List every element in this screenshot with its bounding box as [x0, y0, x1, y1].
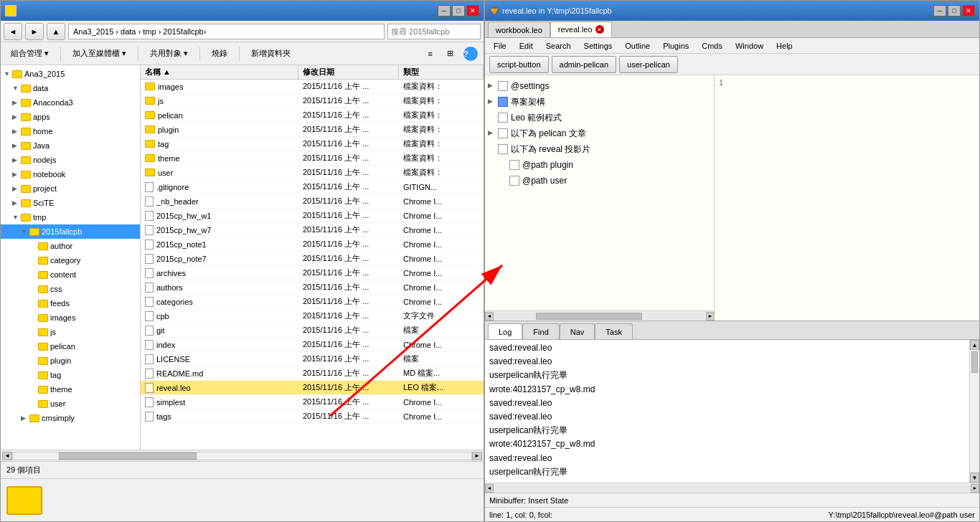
menu-plugins[interactable]: Plugins [657, 40, 694, 52]
tree-item-scite[interactable]: ▶ SciTE [1, 196, 140, 210]
file-row-license[interactable]: LICENSE 2015/11/16 上午 ... 檔案 [141, 352, 484, 366]
hscroll-left-btn[interactable]: ◄ [2, 452, 12, 460]
log-tab-task[interactable]: Task [595, 323, 633, 339]
tree-item-author[interactable]: ▶ author [1, 239, 140, 253]
log-vscroll-thumb[interactable] [971, 351, 978, 373]
log-vscrollbar[interactable]: ▲ ▼ [969, 340, 979, 483]
leo-maximize-btn[interactable]: □ [948, 5, 961, 16]
file-row-user[interactable]: user 2015/11/16 上午 ... 檔案資料： [141, 166, 484, 180]
file-row-hw-w1[interactable]: 2015cp_hw_w1 2015/11/16 上午 ... Chrome I.… [141, 209, 484, 223]
menu-search[interactable]: Search [540, 40, 577, 52]
back-button[interactable]: ◄ [4, 23, 22, 40]
menu-cmds[interactable]: Cmds [696, 40, 728, 52]
tree-item-nodejs[interactable]: ▶ nodejs [1, 153, 140, 167]
organize-button[interactable]: 組合管理 ▾ [6, 45, 53, 62]
log-vscroll-down[interactable]: ▼ [970, 473, 979, 483]
tree-item-project[interactable]: ▶ project [1, 181, 140, 196]
file-row-authors[interactable]: authors 2015/11/16 上午 ... Chrome I... [141, 280, 484, 295]
tree-item-apps[interactable]: ▶ apps [1, 110, 140, 124]
leo-tree-item-reveal-slides[interactable]: ▶ 以下為 reveal 投影片 [485, 141, 714, 157]
tree-item-category[interactable]: ▶ category [1, 253, 140, 267]
file-row-hw-w7[interactable]: 2015cp_hw_w7 2015/11/16 上午 ... Chrome I.… [141, 223, 484, 237]
tab-reveal[interactable]: reveal.leo ✕ [550, 22, 612, 37]
tab-workbook[interactable]: workbook.leo [488, 22, 550, 37]
up-button[interactable]: ▲ [47, 23, 65, 40]
file-row-nb-header[interactable]: _nb_header 2015/11/16 上午 ... Chrome I... [141, 194, 484, 209]
col-header-date[interactable]: 修改日期 [298, 65, 399, 79]
log-hscroll-right[interactable]: ► [971, 484, 979, 493]
leo-tree-item-pelican-articles[interactable]: ▶ 以下為 pelican 文章 [485, 125, 714, 141]
tree-item-tag[interactable]: ▶ tag [1, 368, 140, 382]
tree-hscrollbar[interactable]: ◄ ► [485, 310, 715, 321]
add-to-media-button[interactable]: 加入至媒體櫃 ▾ [68, 45, 131, 62]
file-row-theme[interactable]: theme 2015/11/16 上午 ... 檔案資料： [141, 151, 484, 166]
file-row-readme[interactable]: README.md 2015/11/16 上午 ... MD 檔案... [141, 366, 484, 381]
tree-item-content[interactable]: ▶ content [1, 267, 140, 282]
file-row-note7[interactable]: 2015cp_note7 2015/11/16 上午 ... Chrome I.… [141, 252, 484, 266]
admin-pelican-button[interactable]: admin-pelican [552, 56, 616, 73]
tree-item-anaconda[interactable]: ▶ Anaconda3 [1, 95, 140, 110]
tree-item-pelican[interactable]: ▶ pelican [1, 339, 140, 353]
col-header-type[interactable]: 類型 [399, 65, 484, 79]
menu-file[interactable]: File [488, 40, 512, 52]
file-row-plugin[interactable]: plugin 2015/11/16 上午 ... 檔案資料： [141, 123, 484, 137]
script-button[interactable]: script-button [489, 56, 549, 73]
menu-settings[interactable]: Settings [578, 40, 618, 52]
leo-tree-item-example[interactable]: ▶ Leo 範例程式 [485, 110, 714, 125]
new-folder-button[interactable]: 新增資料夾 [247, 45, 295, 62]
tree-item-notebook[interactable]: ▶ notebook [1, 167, 140, 181]
tree-item-home[interactable]: ▶ home [1, 124, 140, 138]
file-row-git[interactable]: git 2015/11/16 上午 ... 檔案 [141, 323, 484, 338]
file-row-cpb[interactable]: cpb 2015/11/16 上午 ... 文字文件 [141, 309, 484, 323]
tree-item-cmsimply[interactable]: ▶ cmsimply [1, 411, 140, 425]
leo-tree-item-settings[interactable]: ▶ @settings [485, 78, 714, 94]
help-button[interactable]: ? [463, 47, 478, 61]
view-toggle-button[interactable]: ⊞ [443, 45, 458, 62]
log-vscroll-up[interactable]: ▲ [970, 340, 979, 350]
leo-tree-item-project[interactable]: ▶ 專案架構 [485, 94, 714, 110]
menu-help[interactable]: Help [771, 40, 798, 52]
tree-item-user[interactable]: ▶ user [1, 397, 140, 411]
tree-item-2015fallcpb[interactable]: ▼ 2015fallcpb [1, 224, 140, 239]
log-hscrollbar[interactable]: ◄ ► [485, 483, 979, 493]
leo-body-editor[interactable]: 1 [715, 75, 979, 321]
tree-hscroll-right[interactable]: ► [706, 312, 715, 321]
burn-button[interactable]: 燒錄 [207, 45, 232, 62]
leo-close-btn[interactable]: ✕ [962, 5, 975, 16]
file-row-gitignore[interactable]: .gitignore 2015/11/16 上午 ... GITIGN... [141, 180, 484, 194]
log-hscroll-left[interactable]: ◄ [485, 484, 494, 493]
tree-item-tmp[interactable]: ▼ tmp [1, 210, 140, 224]
log-tab-log[interactable]: Log [488, 323, 522, 339]
log-tab-find[interactable]: Find [522, 323, 559, 339]
col-header-name[interactable]: 名稱 ▲ [141, 65, 298, 79]
hscroll-right-btn[interactable]: ► [472, 452, 482, 460]
horizontal-scrollbar[interactable]: ◄ ► [1, 450, 484, 461]
hscroll-thumb[interactable] [59, 452, 197, 460]
file-row-js[interactable]: js 2015/11/16 上午 ... 檔案資料： [141, 94, 484, 108]
file-row-pelican[interactable]: pelican 2015/11/16 上午 ... 檔案資料： [141, 108, 484, 123]
menu-outline[interactable]: Outline [619, 40, 656, 52]
file-row-archives[interactable]: archives 2015/11/16 上午 ... Chrome I... [141, 266, 484, 280]
search-input[interactable] [387, 24, 481, 39]
tree-item-feeds[interactable]: ▶ feeds [1, 296, 140, 310]
file-row-index[interactable]: index 2015/11/16 上午 ... Chrome I... [141, 338, 484, 352]
tree-item-ana3[interactable]: ▼ Ana3_2015 [1, 67, 140, 81]
explorer-maximize-btn[interactable]: □ [452, 5, 465, 16]
tree-item-theme[interactable]: ▶ theme [1, 382, 140, 397]
explorer-minimize-btn[interactable]: ─ [438, 5, 451, 16]
address-path[interactable]: Ana3_2015 › data › tmp › 2015fallcpb › [68, 24, 385, 39]
file-row-tags[interactable]: tags 2015/11/16 上午 ... Chrome I... [141, 409, 484, 424]
tree-item-js[interactable]: ▶ js [1, 325, 140, 339]
tree-item-plugin[interactable]: ▶ plugin [1, 353, 140, 368]
tree-hscroll-left[interactable]: ◄ [485, 312, 494, 321]
file-row-simplest[interactable]: simplest 2015/11/16 上午 ... Chrome I... [141, 395, 484, 409]
user-pelican-button[interactable]: user-pelican [619, 56, 678, 73]
tree-item-images[interactable]: ▶ images [1, 310, 140, 325]
file-row-reveal-leo[interactable]: reveal.leo 2015/11/16 上午 ... LEO 檔案... [141, 381, 484, 395]
leo-tree-item-path-user[interactable]: ▶ @path user [485, 173, 714, 189]
tree-hscroll-thumb[interactable] [536, 313, 642, 320]
explorer-close-btn[interactable]: ✕ [466, 5, 479, 16]
menu-window[interactable]: Window [730, 40, 769, 52]
file-row-images[interactable]: images 2015/11/16 上午 ... 檔案資料： [141, 80, 484, 94]
forward-button[interactable]: ► [25, 23, 44, 40]
